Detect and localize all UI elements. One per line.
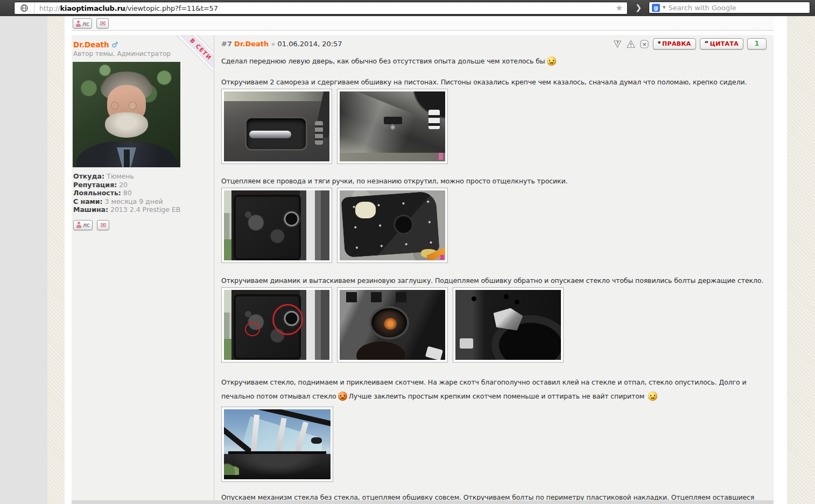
art-shape — [504, 294, 509, 299]
art-shape — [341, 190, 440, 257]
stat-value: 20 — [119, 181, 128, 189]
post-image[interactable] — [221, 407, 333, 482]
photo-taped-window — [224, 409, 331, 479]
art-shape — [282, 210, 301, 228]
paragraph-2: Откручиваем 2 самореза и сдергиваем обши… — [221, 77, 767, 87]
url-text: http://kiaoptimaclub.ru/viewtopic.php?f=… — [34, 4, 218, 12]
search-box[interactable]: g ▼ Search with Google — [649, 2, 810, 13]
stat-value: 2013 2.4 Prestige EB — [110, 205, 180, 214]
art-shape — [384, 117, 402, 124]
photo-glass-bolt — [340, 290, 445, 360]
post-image[interactable] — [221, 287, 332, 363]
svg-text:×: × — [642, 41, 647, 48]
confused-smiley-icon — [547, 56, 556, 66]
quote-button[interactable]: “ ЦИТАТА — [700, 38, 743, 49]
envelope-icon: ✉ — [100, 222, 106, 229]
stat-row: Репутация: 20 — [73, 181, 214, 189]
email-button[interactable]: ✉ — [96, 18, 109, 29]
post-header: #7 Dr.Death » 01.06.2014, 20:57 ? ! × — [221, 40, 767, 50]
post-author-link[interactable]: Dr.Death — [234, 40, 269, 48]
author-sidebar: В СЕТИ Dr.Death ♂ Автор темы, Администра… — [72, 35, 214, 500]
photo-armrest-screw — [340, 91, 445, 161]
url-bar[interactable]: http://kiaoptimaclub.ru/viewtopic.php?f=… — [14, 2, 628, 15]
post-bottom-edge — [72, 500, 774, 504]
edit-button-asterisk: * — [658, 40, 662, 47]
art-shape — [428, 110, 440, 129]
post-image[interactable] — [221, 89, 332, 164]
art-shape — [389, 124, 396, 131]
post-image[interactable] — [337, 188, 448, 263]
art-shape — [355, 202, 375, 218]
art-shape — [224, 454, 331, 479]
art-shape — [340, 153, 445, 161]
post-image[interactable] — [337, 287, 448, 363]
art-shape — [224, 339, 231, 360]
warn-icon[interactable]: ! — [626, 39, 636, 49]
stat-label: Откуда: — [73, 172, 104, 180]
art-shape — [224, 91, 329, 101]
report-icon[interactable]: ? — [613, 39, 622, 49]
pm-button-label: лс — [82, 20, 89, 27]
male-symbol-icon: ♂ — [111, 40, 118, 49]
previous-post-footer: лс ✉ — [72, 16, 774, 31]
stat-label: Репутация: — [73, 181, 117, 189]
pm-button[interactable]: лс — [73, 220, 93, 230]
photo-row-3 — [221, 287, 774, 363]
photo-row-2 — [221, 188, 774, 263]
pm-button[interactable]: лс — [73, 18, 92, 29]
art-shape — [124, 150, 130, 167]
stat-value: 3 месяца 9 дней — [105, 197, 163, 205]
annotation-circle — [245, 322, 260, 336]
art-shape — [384, 318, 397, 330]
paragraph-3: Отцепляем все провода и тяги ручки, по н… — [221, 176, 767, 186]
person-icon — [76, 222, 81, 228]
go-arrow-button[interactable]: ❯ — [632, 2, 645, 13]
art-shape — [224, 290, 231, 313]
site-identity-button[interactable] — [15, 2, 34, 14]
stat-row: Лояльность: 80 — [73, 189, 214, 197]
forum-post: В СЕТИ Dr.Death ♂ Автор темы, Администра… — [72, 35, 774, 500]
globe-icon — [20, 4, 29, 12]
delete-icon[interactable]: × — [640, 39, 649, 49]
svg-text:!: ! — [629, 42, 631, 48]
art-shape — [105, 112, 148, 138]
post-image[interactable] — [221, 188, 332, 263]
edit-button[interactable]: * ПРАВКА — [653, 38, 696, 49]
art-shape — [440, 255, 444, 260]
post-body: #7 Dr.Death » 01.06.2014, 20:57 ? ! × — [214, 35, 774, 500]
photo-door-internals — [224, 190, 329, 260]
art-shape — [315, 121, 324, 145]
art-shape — [311, 437, 322, 444]
paragraph-4: Откручиваем динамик и вытаскиваем резино… — [221, 276, 767, 285]
art-shape — [346, 292, 413, 303]
forum-page: лс ✉ В СЕТИ Dr.Death ♂ Автор темы, Админ… — [0, 16, 815, 504]
google-icon: g — [652, 4, 660, 12]
post-timestamp: 01.06.2014, 20:57 — [277, 40, 342, 48]
bookmark-star-icon[interactable]: ★ — [616, 3, 623, 13]
art-shape — [224, 190, 231, 213]
photo-door-card — [340, 190, 445, 260]
art-shape — [425, 346, 443, 360]
email-button[interactable]: ✉ — [97, 220, 109, 230]
stat-row: С нами: 3 месяца 9 дней — [73, 197, 214, 206]
stat-value: 80 — [123, 189, 132, 197]
page-margin-right — [787, 16, 815, 504]
art-shape — [249, 131, 291, 138]
post-image[interactable] — [453, 287, 564, 363]
art-shape — [439, 153, 443, 160]
likes-badge[interactable]: 1 — [747, 38, 767, 49]
photo-door-handle — [224, 91, 329, 161]
art-shape — [224, 239, 231, 260]
avatar[interactable] — [73, 62, 180, 167]
search-engine-dropdown-icon[interactable]: ▼ — [663, 5, 665, 10]
stat-row: Откуда: Тюмень — [73, 172, 214, 181]
photo-door-annotated — [224, 290, 329, 360]
stat-label: Машина: — [73, 205, 108, 214]
paragraph-5: Откручиваем стекло, поднимаем и приклеив… — [221, 375, 767, 403]
post-image[interactable] — [337, 89, 448, 164]
page-margin-left — [47, 16, 65, 504]
angry-smiley-icon — [648, 392, 657, 401]
photo-speaker-hole — [455, 290, 561, 360]
svg-text:?: ? — [616, 41, 619, 46]
author-stats: Откуда: Тюмень Репутация: 20 Лояльность:… — [73, 172, 214, 214]
